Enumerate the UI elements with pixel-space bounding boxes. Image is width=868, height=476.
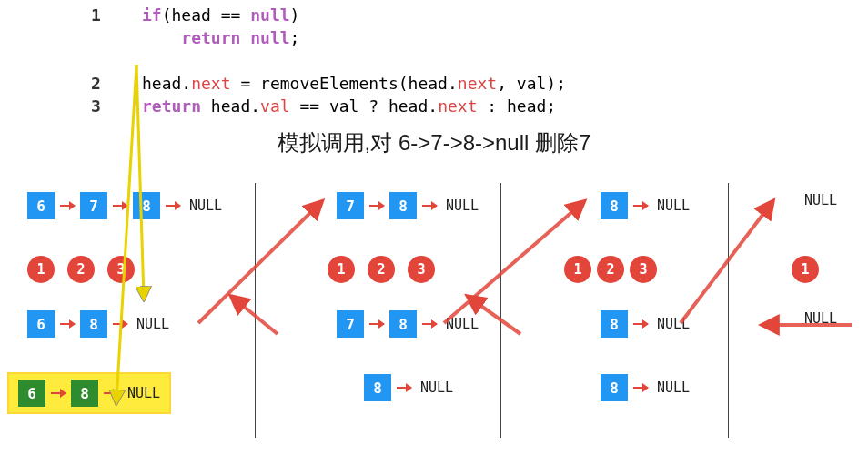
step-marker: 2 xyxy=(597,256,624,283)
code-line: 1if(head == null) xyxy=(91,4,868,26)
null-label: NULL xyxy=(127,385,160,401)
arrow-right-icon xyxy=(369,205,384,207)
linked-list-top: 78NULL xyxy=(337,192,479,219)
null-label: NULL xyxy=(804,192,837,208)
arrow-right-icon xyxy=(113,205,127,207)
linked-list-result: 68NULL xyxy=(7,372,171,414)
linked-list-mid: NULL xyxy=(801,310,837,327)
list-node: 8 xyxy=(389,192,417,219)
null-label: NULL xyxy=(420,380,453,396)
linked-list-mid: 78NULL xyxy=(337,310,479,338)
arrow-right-icon xyxy=(369,323,384,325)
step-marker: 2 xyxy=(67,256,95,283)
step-marker: 3 xyxy=(107,256,135,283)
linked-list-result: 8NULL xyxy=(364,374,453,401)
list-node: 7 xyxy=(337,192,364,219)
return-arrow-icon xyxy=(444,203,582,323)
list-node: 6 xyxy=(27,192,55,219)
linked-list-result: 8NULL xyxy=(601,374,690,401)
list-node: 8 xyxy=(601,374,628,401)
linked-list-top: 8NULL xyxy=(601,192,690,219)
list-node: 8 xyxy=(133,192,160,219)
null-label: NULL xyxy=(446,197,479,214)
diagram-title: 模拟调用,对 6->7->8->null 删除7 xyxy=(0,128,868,157)
step-marker: 2 xyxy=(368,256,395,283)
linked-list-top: NULL xyxy=(801,192,837,208)
list-node: 8 xyxy=(364,374,391,401)
line-number: 1 xyxy=(91,4,101,26)
linked-list-top: 678NULL xyxy=(27,192,222,219)
panel-divider xyxy=(728,183,729,438)
arrow-right-icon xyxy=(633,323,648,325)
code-text: head.next = removeElements(head.next, va… xyxy=(142,74,566,93)
list-node: 6 xyxy=(27,310,55,338)
code-text: return null; xyxy=(142,28,299,47)
step-markers: 123 xyxy=(328,256,435,283)
list-node: 8 xyxy=(601,310,628,338)
step-marker: 1 xyxy=(792,256,819,283)
linked-list-mid: 68NULL xyxy=(27,310,169,338)
null-label: NULL xyxy=(189,197,222,214)
arrow-right-icon xyxy=(104,392,118,394)
panel-divider xyxy=(255,183,256,438)
linked-list-mid: 8NULL xyxy=(601,310,690,338)
arrow-right-icon xyxy=(60,205,75,207)
return-arrow-icon xyxy=(198,203,320,323)
null-label: NULL xyxy=(446,316,479,332)
code-text: return head.val == val ? head.next : hea… xyxy=(142,96,556,116)
null-label: NULL xyxy=(804,310,837,327)
code-line: 2head.next = removeElements(head.next, v… xyxy=(91,72,868,95)
null-label: NULL xyxy=(657,197,690,214)
step-marker: 3 xyxy=(408,256,435,283)
null-label: NULL xyxy=(657,316,690,332)
list-node: 6 xyxy=(18,380,45,407)
step-marker: 1 xyxy=(27,256,55,283)
list-node: 7 xyxy=(337,310,364,338)
arrow-right-icon xyxy=(397,387,411,389)
code-text: if(head == null) xyxy=(142,5,299,25)
code-line: 3return head.val == val ? head.next : he… xyxy=(91,95,868,117)
recursion-diagram: 678NULL12368NULL68NULL78NULL12378NULL8NU… xyxy=(0,165,868,447)
panel-divider xyxy=(500,183,501,438)
step-markers: 1 xyxy=(792,256,819,283)
list-node: 8 xyxy=(389,310,417,338)
step-marker: 1 xyxy=(328,256,355,283)
null-label: NULL xyxy=(136,316,169,332)
arrow-right-icon xyxy=(166,205,180,207)
list-node: 7 xyxy=(80,192,107,219)
arrow-right-icon xyxy=(422,323,437,325)
arrow-right-icon xyxy=(422,205,437,207)
code-block: 1if(head == null) return null;2head.next… xyxy=(0,0,868,117)
step-marker: 3 xyxy=(630,256,657,283)
line-number: 2 xyxy=(91,72,101,95)
arrow-right-icon xyxy=(113,323,127,325)
list-node: 8 xyxy=(80,310,107,338)
step-marker: 1 xyxy=(564,256,591,283)
list-node: 8 xyxy=(601,192,628,219)
arrow-right-icon xyxy=(51,392,66,394)
code-line xyxy=(91,49,868,72)
null-label: NULL xyxy=(657,380,690,396)
return-arrow-icon xyxy=(681,203,772,323)
arrow-right-icon xyxy=(60,323,75,325)
step-markers: 123 xyxy=(564,256,657,283)
list-node: 8 xyxy=(71,380,98,407)
code-line: return null; xyxy=(91,26,868,49)
line-number: 3 xyxy=(91,95,101,117)
arrow-right-icon xyxy=(633,205,648,207)
arrow-right-icon xyxy=(633,387,648,389)
step-markers: 123 xyxy=(27,256,135,283)
